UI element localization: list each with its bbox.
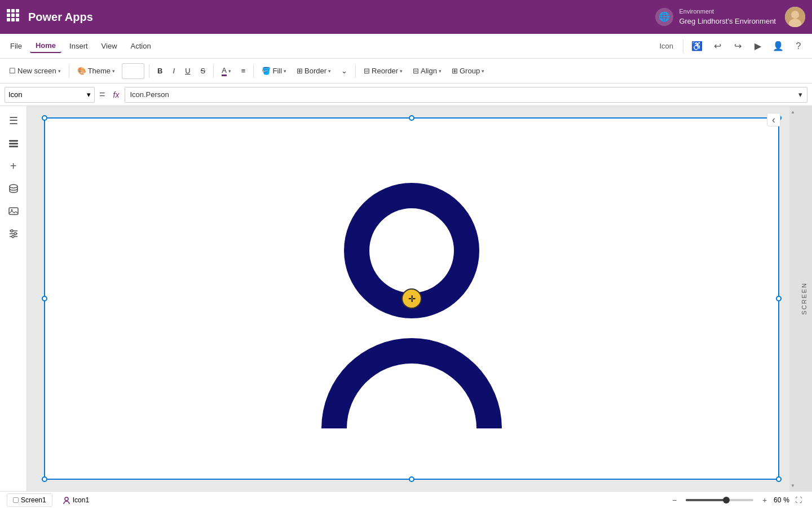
- sidebar-layers[interactable]: [3, 133, 24, 154]
- svg-point-12: [14, 233, 16, 235]
- strikethrough-button[interactable]: S: [196, 64, 210, 77]
- menu-view[interactable]: View: [96, 40, 123, 52]
- svg-point-14: [12, 235, 14, 238]
- svg-point-8: [11, 209, 12, 211]
- handle-bl[interactable]: [42, 476, 47, 482]
- formula-input[interactable]: Icon.Person ▾: [125, 87, 807, 103]
- svg-point-16: [369, 208, 454, 293]
- screen1-tab[interactable]: Screen1: [7, 493, 52, 507]
- formula-equals: =: [97, 89, 108, 100]
- align-button[interactable]: ≡: [237, 64, 250, 77]
- menu-home[interactable]: Home: [30, 39, 61, 53]
- handle-ml[interactable]: [42, 296, 47, 301]
- border-arrow: ▾: [328, 68, 331, 74]
- share-icon[interactable]: 👤: [769, 37, 787, 55]
- more-button[interactable]: ⌄: [337, 64, 352, 77]
- menubar: File Home Insert View Action Icon ♿ ↩ ↪ …: [0, 34, 812, 59]
- new-screen-icon: ☐: [9, 67, 16, 75]
- vscrollbar[interactable]: ▲ ▼: [789, 106, 796, 491]
- icon1-label: Icon1: [73, 496, 89, 504]
- new-screen-label: New screen: [17, 67, 56, 75]
- svg-point-6: [10, 185, 17, 188]
- zoom-in-button[interactable]: +: [758, 493, 771, 507]
- theme-label: Theme: [88, 67, 111, 75]
- right-panel[interactable]: SCREEN: [796, 106, 812, 491]
- sidebar-add[interactable]: +: [3, 156, 24, 176]
- zoom-fit-button[interactable]: ⛶: [792, 493, 805, 507]
- svg-point-17: [65, 497, 68, 501]
- sep2: [149, 64, 149, 78]
- color-swatch[interactable]: [122, 63, 144, 79]
- element-selector-value: Icon: [8, 90, 23, 99]
- align-menu-label: Align: [421, 67, 437, 75]
- align-menu-button[interactable]: ⊟ Align ▾: [408, 64, 446, 77]
- right-panel-toggle[interactable]: ‹: [767, 113, 780, 126]
- new-screen-button[interactable]: ☐ New screen ▾: [5, 64, 65, 77]
- zoom-value: 60: [774, 496, 781, 504]
- font-color-label: A: [222, 66, 227, 76]
- menu-file[interactable]: File: [5, 40, 28, 52]
- main-area: ☰ +: [0, 106, 812, 491]
- bold-button[interactable]: B: [153, 64, 167, 77]
- person-icon-container[interactable]: ✛: [316, 169, 508, 428]
- handle-tl[interactable]: [42, 115, 47, 121]
- formula-fx-button[interactable]: fx: [110, 90, 123, 99]
- environment-label: Environment: [679, 7, 776, 16]
- sidebar-controls[interactable]: [3, 224, 24, 244]
- screen1-label: Screen1: [21, 496, 46, 504]
- sep4: [253, 64, 254, 78]
- menu-insert[interactable]: Insert: [64, 40, 94, 52]
- topbar: Power Apps 🌐 Environment Greg Lindhorst'…: [0, 0, 812, 34]
- scroll-down-arrow[interactable]: ▼: [789, 480, 796, 491]
- user-avatar[interactable]: [785, 7, 805, 27]
- theme-button[interactable]: 🎨 Theme ▾: [73, 64, 120, 77]
- zoom-out-button[interactable]: −: [668, 493, 681, 507]
- reorder-arrow: ▾: [400, 68, 403, 74]
- border-icon: ⊞: [297, 67, 303, 75]
- sidebar-data[interactable]: [3, 178, 24, 199]
- font-color-arrow: ▾: [228, 68, 231, 74]
- screen1-dot: [13, 497, 19, 503]
- environment-info: 🌐 Environment Greg Lindhorst's Environme…: [655, 7, 776, 27]
- element-selector-arrow: ▾: [87, 90, 91, 99]
- app-name: Power Apps: [28, 11, 655, 24]
- reorder-button[interactable]: ⊟ Reorder ▾: [359, 64, 407, 77]
- fill-button[interactable]: 🪣 Fill ▾: [257, 64, 291, 77]
- italic-button[interactable]: I: [169, 64, 180, 77]
- grid-icon[interactable]: [7, 9, 23, 25]
- theme-icon: 🎨: [77, 67, 86, 75]
- sidebar-media[interactable]: [3, 201, 24, 221]
- statusbar: Screen1 Icon1 − + 60 % ⛶: [0, 491, 812, 508]
- sidebar-hamburger[interactable]: ☰: [3, 111, 24, 131]
- reorder-icon: ⊟: [364, 67, 370, 75]
- handle-tm[interactable]: [409, 115, 414, 121]
- svg-point-1: [791, 11, 799, 19]
- formula-bar: Icon ▾ = fx Icon.Person ▾: [0, 84, 812, 106]
- icon1-tab[interactable]: Icon1: [57, 494, 95, 506]
- icon-context-text: Icon: [659, 42, 673, 50]
- menu-action[interactable]: Action: [125, 40, 157, 52]
- icon-context-label: Icon: [654, 39, 678, 53]
- underline-button[interactable]: U: [180, 64, 195, 77]
- font-color-button[interactable]: A ▾: [217, 64, 236, 78]
- group-button[interactable]: ⊞ Group ▾: [447, 64, 489, 77]
- zoom-slider[interactable]: [686, 499, 753, 501]
- play-icon[interactable]: ▶: [749, 37, 767, 55]
- element-selector[interactable]: Icon ▾: [5, 87, 95, 103]
- scroll-up-arrow[interactable]: ▲: [789, 106, 796, 117]
- border-button[interactable]: ⊞ Border ▾: [292, 64, 336, 77]
- canvas-frame[interactable]: ✛: [44, 117, 779, 480]
- handle-bm[interactable]: [409, 476, 414, 482]
- undo-icon[interactable]: ↩: [708, 37, 726, 55]
- accessibility-icon[interactable]: ♿: [688, 37, 706, 55]
- sep1: [69, 64, 69, 78]
- zoom-slider-thumb[interactable]: [723, 497, 730, 503]
- handle-mr[interactable]: [776, 296, 782, 301]
- align-menu-arrow: ▾: [439, 68, 442, 74]
- redo-icon[interactable]: ↪: [729, 37, 747, 55]
- formula-value: Icon.Person: [130, 90, 169, 99]
- help-icon[interactable]: ?: [789, 37, 807, 55]
- left-sidebar: ☰ +: [0, 106, 27, 491]
- handle-br[interactable]: [776, 476, 782, 482]
- theme-arrow: ▾: [112, 68, 115, 74]
